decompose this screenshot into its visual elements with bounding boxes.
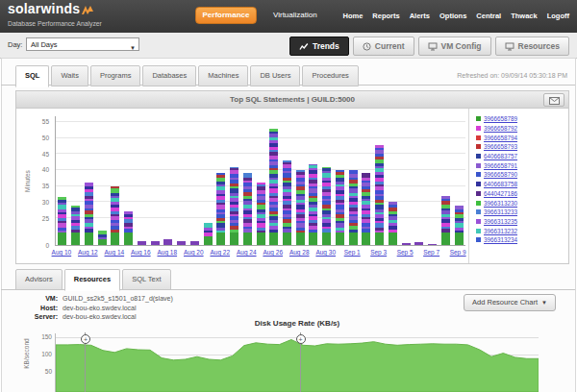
vm-monitor-icon	[428, 42, 438, 51]
legend-swatch	[476, 126, 481, 131]
x-axis-labels: Aug 10Aug 12Aug 14Aug 16Aug 18Aug 20Aug …	[55, 249, 464, 260]
x-tick-label[interactable]: Sep 7	[417, 249, 446, 256]
x-tick-label[interactable]: Aug 12	[73, 249, 102, 256]
x-tick-label[interactable]: Sep 3	[364, 249, 393, 256]
bar-aug-29[interactable]	[309, 164, 317, 246]
tab-machines[interactable]: Machines	[198, 65, 248, 86]
x-tick-label[interactable]: Aug 20	[179, 249, 208, 256]
virtualization-button[interactable]: Virtualization	[273, 11, 317, 19]
legend-item: 3966313234	[476, 235, 569, 245]
nav-item-thwack[interactable]: Thwack	[511, 12, 538, 20]
email-button[interactable]	[543, 93, 564, 107]
app-header: solarwinds Database Performance Analyzer…	[0, 0, 577, 34]
sql-chart-header: Top SQL Statements | GUILD:5000	[16, 91, 568, 109]
bar-sep-2[interactable]	[362, 173, 370, 245]
y-tick-label: 45	[30, 151, 49, 158]
tab-programs[interactable]: Programs	[90, 65, 141, 86]
legend-link[interactable]: 6406683757	[484, 153, 517, 159]
bar-aug-13[interactable]	[98, 231, 107, 245]
legend-link[interactable]: 3966658794	[484, 135, 517, 141]
bar-aug-16[interactable]	[138, 241, 146, 245]
bar-aug-25[interactable]	[257, 183, 265, 245]
nav-item-reports[interactable]: Reports	[372, 12, 399, 20]
bar-aug-12[interactable]	[85, 183, 93, 245]
bar-aug-15[interactable]	[124, 211, 133, 245]
bar-segment	[111, 233, 119, 245]
nav-item-central[interactable]: Central	[476, 12, 501, 20]
legend-link[interactable]: 3966313230	[484, 200, 517, 207]
bar-aug-14[interactable]	[111, 186, 119, 245]
x-tick-label[interactable]: Aug 28	[285, 249, 314, 256]
nav-item-logoff[interactable]: Logoff	[547, 12, 569, 20]
bar-sep-8[interactable]	[441, 196, 450, 245]
legend-link[interactable]: 6406683758	[484, 181, 517, 187]
x-tick-label[interactable]: Aug 14	[100, 249, 129, 256]
bar-aug-23[interactable]	[230, 167, 238, 245]
vm-info: VM:GUILD_ss2k5_s1501_o817_d(slave)Host:d…	[19, 295, 173, 323]
x-tick-label[interactable]: Sep 1	[338, 249, 366, 256]
range-handle-right[interactable]: +	[296, 334, 306, 344]
bar-aug-17[interactable]	[151, 241, 160, 245]
x-tick-label[interactable]: Aug 18	[153, 249, 182, 256]
legend-swatch	[476, 201, 481, 206]
legend-link[interactable]: 3966313232	[484, 228, 517, 234]
view-button-vm-config[interactable]: VM Config	[418, 37, 491, 56]
bar-sep-9[interactable]	[455, 206, 464, 245]
legend-link[interactable]: 3966313235	[484, 218, 517, 225]
bar-aug-27[interactable]	[283, 160, 291, 245]
view-button-resources[interactable]: Resources	[495, 37, 569, 56]
bar-aug-20[interactable]	[190, 241, 199, 245]
bar-sep-5[interactable]	[402, 243, 411, 245]
tab-procedures[interactable]: Procedures	[302, 65, 358, 86]
bar-aug-28[interactable]	[296, 170, 305, 245]
tab-db-users[interactable]: DB Users	[250, 65, 300, 86]
tab-databases[interactable]: Databases	[142, 65, 196, 86]
lower-tab-sql-text[interactable]: SQL Text	[122, 269, 170, 290]
bar-sep-3[interactable]	[375, 145, 384, 245]
bar-aug-22[interactable]	[216, 173, 225, 245]
x-tick-label[interactable]: Sep 5	[390, 249, 419, 256]
bar-segment	[455, 233, 464, 245]
x-tick-label[interactable]: Aug 26	[259, 249, 288, 256]
tab-waits[interactable]: Waits	[51, 65, 88, 86]
view-button-trends[interactable]: Trends	[289, 37, 349, 56]
lower-tab-advisors[interactable]: Advisors	[15, 269, 63, 290]
bar-aug-10[interactable]	[58, 197, 66, 245]
add-resource-chart-button[interactable]: Add Resource Chart ▼	[464, 294, 556, 311]
bar-aug-18[interactable]	[163, 239, 172, 245]
bar-aug-30[interactable]	[322, 167, 331, 245]
bar-aug-21[interactable]	[204, 223, 213, 245]
x-tick-label[interactable]: Aug 10	[47, 249, 76, 256]
bar-sep-7[interactable]	[428, 244, 437, 245]
bar-aug-31[interactable]	[336, 170, 344, 245]
legend-link[interactable]: 3966658790	[484, 171, 517, 178]
legend-link[interactable]: 3966658793	[484, 143, 517, 150]
bar-aug-11[interactable]	[71, 206, 80, 245]
bar-sep-4[interactable]	[389, 202, 397, 245]
nav-item-home[interactable]: Home	[343, 12, 364, 20]
legend-link[interactable]: 3966658791	[484, 162, 517, 169]
bar-aug-26[interactable]	[269, 129, 278, 245]
nav-item-options[interactable]: Options	[439, 12, 466, 20]
view-button-current[interactable]: Current	[353, 37, 414, 56]
sql-chart-title: Top SQL Statements | GUILD:5000	[16, 91, 568, 108]
x-tick-label[interactable]: Aug 30	[312, 249, 340, 256]
day-select[interactable]: All Days ▼	[26, 37, 139, 51]
legend-link[interactable]: 3966658789	[484, 115, 517, 122]
bar-sep-1[interactable]	[349, 170, 358, 245]
legend-link[interactable]: 6440427186	[484, 190, 517, 197]
legend-link[interactable]: 3966313233	[484, 208, 517, 215]
x-tick-label[interactable]: Aug 16	[126, 249, 155, 256]
legend-link[interactable]: 3966658792	[484, 125, 517, 132]
legend-item: 3966313235	[476, 217, 569, 227]
x-tick-label[interactable]: Aug 22	[206, 249, 235, 256]
legend-link[interactable]: 3966313234	[484, 236, 517, 243]
lower-tab-resources[interactable]: Resources	[64, 269, 120, 291]
bar-aug-19[interactable]	[177, 241, 186, 245]
x-tick-label[interactable]: Aug 24	[232, 249, 261, 256]
tab-sql[interactable]: SQL	[15, 65, 49, 87]
nav-item-alerts[interactable]: Alerts	[410, 12, 430, 20]
performance-button[interactable]: Performance	[195, 7, 257, 24]
bar-sep-6[interactable]	[414, 242, 423, 245]
bar-aug-24[interactable]	[243, 173, 252, 245]
